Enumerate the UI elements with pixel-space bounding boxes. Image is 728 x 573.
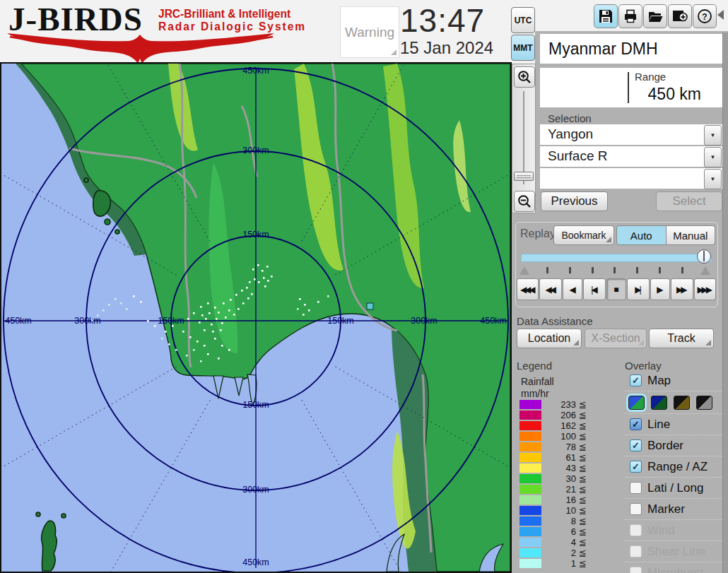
legend-comparator: ≦	[579, 473, 587, 484]
legend-value: 162	[545, 420, 576, 431]
x-section-button[interactable]: X-Section	[585, 329, 647, 348]
panel-collapse-arrow-icon[interactable]	[717, 10, 724, 20]
echo-dot	[182, 331, 184, 333]
legend-entry: 8≦	[519, 516, 604, 526]
echo-dot	[97, 314, 99, 317]
legend-title: Legend	[517, 360, 552, 372]
overlay-item-label: Wind	[647, 524, 675, 538]
forward-fast-button[interactable]: ▶▶▶	[694, 278, 716, 300]
track-button[interactable]: Track	[649, 329, 714, 348]
echo-dot	[140, 301, 142, 303]
legend-color-swatch	[519, 559, 541, 568]
slider-end-marker-icon[interactable]	[700, 266, 710, 275]
timezone-utc-button[interactable]: UTC	[511, 7, 535, 33]
overlay-item-lati-long[interactable]: Lati / Long	[625, 477, 722, 498]
add-image-button[interactable]	[668, 4, 692, 28]
help-button[interactable]: ?	[693, 4, 717, 28]
replay-slider-ticks	[519, 264, 710, 275]
legend-color-swatch	[519, 421, 541, 430]
previous-button[interactable]: Previous	[541, 191, 608, 211]
zoom-slider-track[interactable]	[523, 91, 524, 184]
site-dropdown[interactable]: Yangon ▼	[540, 124, 722, 145]
replay-slider-handle[interactable]	[697, 249, 711, 264]
echo-dot	[220, 329, 222, 331]
checkbox[interactable]	[630, 524, 642, 536]
overlay-item-border[interactable]: ✓Border	[625, 435, 722, 456]
product-dropdown[interactable]: Surface R ▼	[540, 146, 722, 167]
chevron-down-icon[interactable]: ▼	[704, 125, 722, 146]
echo-dot	[120, 302, 122, 305]
echo-dot	[196, 341, 199, 343]
stop-button[interactable]: ■	[606, 278, 626, 300]
legend-entry: 16≦	[519, 495, 604, 505]
overlay-item-label: Range / AZ	[647, 460, 708, 474]
overlay-item-map[interactable]: ✓Map	[625, 370, 722, 391]
checkbox[interactable]	[630, 545, 642, 557]
step-back-button[interactable]: ◀	[563, 278, 582, 300]
legend-color-swatch	[519, 506, 541, 515]
jump-end-button[interactable]: ▶|	[627, 278, 649, 300]
zoom-in-button[interactable]	[514, 66, 535, 88]
slider-tick	[569, 267, 571, 273]
replay-slider-track[interactable]	[521, 254, 712, 262]
timezone-mmt-button[interactable]: MMT	[511, 35, 535, 61]
map-style-swatch[interactable]	[628, 396, 645, 410]
manual-mode-button[interactable]: Manual	[667, 225, 716, 245]
echo-dot	[228, 349, 230, 351]
legend-entry: 233≦	[519, 399, 604, 410]
chevron-down-icon[interactable]: ▼	[704, 147, 722, 167]
legend-color-swatch	[519, 495, 541, 504]
legend-value: 100	[545, 431, 576, 442]
bookmark-button[interactable]: Bookmark	[553, 225, 614, 245]
checkbox[interactable]: ✓	[630, 418, 642, 430]
rewind-button[interactable]: ◀◀	[539, 278, 561, 300]
echo-dot	[303, 314, 305, 316]
echo-dot	[263, 277, 265, 279]
legend-comparator: ≦	[579, 420, 587, 431]
legend-value: 8	[545, 516, 576, 526]
checkbox[interactable]	[630, 567, 642, 573]
checkbox[interactable]	[630, 482, 642, 494]
map-style-swatches	[625, 391, 722, 413]
map-style-swatch[interactable]	[696, 396, 712, 410]
overlay-item-line[interactable]: ✓Line	[625, 413, 722, 435]
radar-map[interactable]: 450km300km150km150km300km450km450km300km…	[0, 62, 512, 573]
echo-dot	[204, 329, 206, 331]
select-button[interactable]: Select	[656, 191, 722, 211]
echo-dot	[221, 345, 223, 347]
overlay-item-range-az[interactable]: ✓Range / AZ	[625, 456, 722, 477]
map-style-swatch[interactable]	[674, 396, 690, 410]
zoom-out-button[interactable]	[514, 191, 535, 212]
chevron-down-icon[interactable]: ▼	[704, 169, 722, 189]
echo-dot	[297, 308, 299, 310]
overlay-item-marker[interactable]: Marker	[625, 498, 722, 519]
checkbox[interactable]	[630, 503, 642, 515]
slider-start-marker-icon[interactable]	[519, 266, 529, 275]
checkbox[interactable]: ✓	[630, 461, 642, 473]
warning-button[interactable]: Warning	[340, 6, 399, 58]
option-dropdown[interactable]: ▼	[540, 168, 722, 189]
auto-mode-button[interactable]: Auto	[616, 225, 667, 245]
checkbox[interactable]: ✓	[630, 439, 642, 451]
overlay-item-shear-line[interactable]: Shear Line	[625, 540, 722, 562]
range-ring-label: 300km	[74, 316, 101, 326]
overlay-item-microburst[interactable]: Microburst	[625, 562, 722, 573]
echo-dot	[304, 304, 306, 306]
map-style-swatch[interactable]	[651, 396, 667, 410]
zoom-slider-handle[interactable]	[514, 172, 534, 181]
play-button[interactable]: ▶	[650, 278, 670, 300]
echo-dot	[241, 290, 243, 292]
forward-button[interactable]: ▶▶	[671, 278, 693, 300]
echo-dot	[249, 281, 251, 283]
location-button[interactable]: Location	[517, 329, 582, 348]
overlay-item-wind[interactable]: Wind	[625, 519, 722, 540]
jump-start-button[interactable]: |◀	[583, 278, 605, 300]
rewind-fast-button[interactable]: ◀◀◀	[517, 278, 539, 300]
print-button[interactable]	[618, 4, 642, 28]
legend-entry: 43≦	[519, 463, 604, 473]
save-button[interactable]	[594, 4, 618, 28]
logo-tagline-1: JRC-Brilliant & Intelligent	[158, 8, 290, 20]
open-file-button[interactable]	[643, 4, 667, 28]
legend-color-swatch	[519, 432, 541, 441]
checkbox[interactable]: ✓	[630, 374, 642, 386]
